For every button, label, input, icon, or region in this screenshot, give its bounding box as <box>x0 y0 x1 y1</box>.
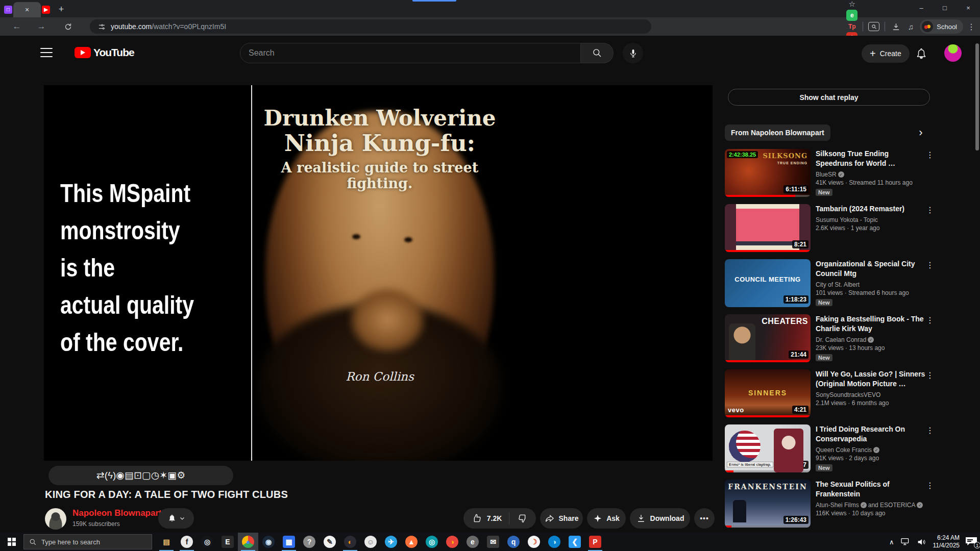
extension-icon[interactable]: Tp <box>846 21 857 32</box>
tray-expand-icon[interactable]: ∧ <box>889 538 894 546</box>
taskbar-app-button[interactable]: P <box>585 533 605 551</box>
taskbar-app-button[interactable]: ▤ <box>156 533 177 551</box>
player-tool-icon[interactable]: ⚙ <box>177 470 185 481</box>
taskbar-app-button[interactable]: ☺ <box>360 533 381 551</box>
ask-button[interactable]: Ask <box>587 508 626 529</box>
video-options-icon[interactable]: ⋮ <box>925 260 935 270</box>
related-video-item[interactable]: CHEATERS 21:44 Faking a Bestselling Book… <box>725 314 975 369</box>
channel-avatar[interactable] <box>45 508 66 530</box>
related-video-item[interactable]: FRANKENSTEIN 1:26:43 The Sexual Politics… <box>725 480 975 533</box>
taskbar-app-button[interactable]: E <box>217 533 238 551</box>
forward-button[interactable]: → <box>34 19 49 34</box>
player-tool-icon[interactable]: ✶ <box>159 470 167 481</box>
action-center-icon[interactable]: 1 <box>966 537 977 546</box>
video-thumbnail[interactable]: E=mc² is liberal claptrap. 36:47 <box>725 424 811 472</box>
network-icon[interactable] <box>900 538 911 546</box>
related-video-title[interactable]: Silksong True Ending Speedruns for World… <box>816 149 926 168</box>
related-video-channel[interactable]: SonySoundtracksVEVO <box>816 391 926 398</box>
taskbar-app-button[interactable]: ◑ <box>442 533 462 551</box>
taskbar-search-input[interactable]: Type here to search <box>23 534 152 549</box>
video-thumbnail[interactable]: FRANKENSTEIN 1:26:43 <box>725 480 811 528</box>
chips-next-arrow[interactable]: › <box>913 124 929 141</box>
close-button[interactable]: × <box>957 0 980 15</box>
related-video-title[interactable]: Will Ye Go, Lassie Go? | Sinners (Origin… <box>816 369 926 389</box>
taskbar-app-button[interactable]: ✎ <box>320 533 340 551</box>
taskbar-app-button[interactable]: e <box>462 533 483 551</box>
related-video-channel[interactable]: Dr. Caelan Conrad✓ <box>816 336 926 343</box>
back-button[interactable]: ← <box>9 19 24 34</box>
like-button[interactable]: 7.2K <box>470 513 505 523</box>
player-tool-icon[interactable]: ▢ <box>142 470 151 481</box>
related-video-channel[interactable]: Atun-Shei Films✓and ESOTERICA✓ <box>816 502 926 509</box>
taskbar-app-button[interactable]: ◎ <box>197 533 217 551</box>
maximize-button[interactable]: □ <box>933 0 957 15</box>
taskbar-app-button[interactable]: ● <box>238 533 258 551</box>
taskbar-app-button[interactable]: ❮ <box>565 533 585 551</box>
video-thumbnail[interactable]: 8:21 <box>725 204 811 252</box>
taskbar-app-button[interactable]: ✈ <box>381 533 401 551</box>
page-scrollbar[interactable] <box>975 43 979 151</box>
player-tool-icon[interactable]: ▣ <box>167 470 177 481</box>
browser-tab[interactable]: ▶ <box>41 2 51 17</box>
related-video-item[interactable]: SILKSONG TRUE ENDING 2:42:38.25 6:11:15 … <box>725 149 975 204</box>
video-options-icon[interactable]: ⋮ <box>925 205 935 215</box>
related-video-channel[interactable]: City of St. Albert <box>816 281 926 288</box>
video-options-icon[interactable]: ⋮ <box>925 481 935 490</box>
related-video-title[interactable]: Tambarin (2024 Remaster) <box>816 204 926 214</box>
taskbar-app-button[interactable]: ☽ <box>524 533 544 551</box>
channel-name[interactable]: Napoleon Blownapart <box>72 508 162 518</box>
new-tab-button[interactable]: + <box>54 2 68 16</box>
video-thumbnail[interactable]: COUNCIL MEETING 1:18:23 <box>725 259 811 307</box>
related-video-title[interactable]: Organizational & Special City Council Mt… <box>816 259 926 279</box>
taskbar-app-button[interactable]: ▲ <box>401 533 422 551</box>
media-controls-icon[interactable]: ♫ <box>905 21 916 32</box>
player-tool-icon[interactable]: ⊡ <box>134 470 142 481</box>
taskbar-clock[interactable]: 6:24 AM 11/4/2025 <box>933 534 960 549</box>
youtube-logo[interactable]: YouTube <box>75 46 134 59</box>
hamburger-menu-button[interactable] <box>40 47 53 58</box>
related-video-item[interactable]: 8:21 Tambarin (2024 Remaster) Susumu Yok… <box>725 204 975 259</box>
player-tool-icon[interactable]: ▤ <box>125 470 134 481</box>
taskbar-app-button[interactable]: ◉ <box>258 533 279 551</box>
player-tool-icon[interactable]: ◉ <box>116 470 125 481</box>
reload-button[interactable] <box>60 19 76 34</box>
player-tool-icon[interactable]: ⇄ <box>96 470 105 481</box>
minimize-button[interactable]: – <box>910 0 933 15</box>
video-options-icon[interactable]: ⋮ <box>925 315 935 325</box>
active-tab[interactable]: × <box>13 2 41 17</box>
related-video-title[interactable]: The Sexual Politics of Frankenstein <box>816 480 926 499</box>
taskbar-app-button[interactable]: ✉ <box>483 533 503 551</box>
related-video-item[interactable]: SINNERS vevo 4:21 Will Ye Go, Lassie Go?… <box>725 369 975 424</box>
related-video-channel[interactable]: Queen Coke Francis✓ <box>816 446 926 454</box>
search-button[interactable] <box>581 43 614 63</box>
share-button[interactable]: Share <box>540 508 583 529</box>
extension-icon[interactable]: ☆ <box>846 0 857 10</box>
video-options-icon[interactable]: ⋮ <box>925 425 935 435</box>
taskbar-app-button[interactable]: ▦ <box>279 533 299 551</box>
related-video-title[interactable]: Faking a Bestselling Book - The Charlie … <box>816 314 926 334</box>
taskbar-app-button[interactable]: ? <box>299 533 320 551</box>
related-video-title[interactable]: I Tried Doing Research On Conservapedia <box>816 424 926 444</box>
video-options-icon[interactable]: ⋮ <box>925 370 935 380</box>
more-actions-button[interactable]: ••• <box>694 508 715 529</box>
video-thumbnail[interactable]: SILKSONG TRUE ENDING 2:42:38.25 6:11:15 <box>725 149 811 197</box>
browser-profile-chip[interactable]: School <box>920 19 963 34</box>
video-thumbnail[interactable]: SINNERS vevo 4:21 <box>725 369 811 417</box>
dislike-button[interactable] <box>513 513 530 523</box>
show-chat-replay-button[interactable]: Show chat replay <box>728 89 930 106</box>
taskbar-app-button[interactable]: q <box>503 533 524 551</box>
site-info-icon[interactable] <box>98 23 106 31</box>
search-input[interactable]: Search <box>240 43 581 63</box>
browser-tab[interactable]: □ <box>3 2 13 17</box>
volume-icon[interactable] <box>917 537 927 546</box>
voice-search-button[interactable] <box>623 43 643 63</box>
related-video-item[interactable]: E=mc² is liberal claptrap. 36:47 I Tried… <box>725 424 975 480</box>
downloads-icon[interactable] <box>890 21 901 32</box>
player-tool-icon[interactable]: ◷ <box>151 470 160 481</box>
filter-chip[interactable]: From Napoleon Blownapart <box>725 124 830 141</box>
browser-menu-icon[interactable]: ⋮ <box>967 22 976 32</box>
taskbar-app-button[interactable]: f <box>177 533 197 551</box>
related-video-item[interactable]: COUNCIL MEETING 1:18:23 Organizational &… <box>725 259 975 314</box>
taskbar-app-button[interactable]: ◎ <box>422 533 442 551</box>
related-video-channel[interactable]: BlueSR✓ <box>816 171 926 178</box>
